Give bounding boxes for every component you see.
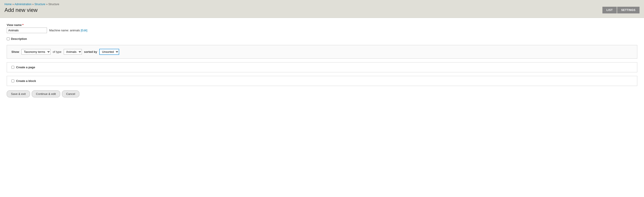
of-type-select[interactable]: Animals All Tags (64, 49, 82, 55)
show-section: Show Taxonomy terms Content Files Users … (7, 45, 637, 59)
machine-name-edit-link[interactable]: [Edit] (81, 29, 88, 32)
machine-name-row: Machine name: animals [Edit] (7, 28, 637, 33)
required-indicator: * (22, 23, 24, 27)
show-label: Show (12, 50, 19, 54)
settings-button[interactable]: SETTINGS (617, 7, 640, 14)
list-button[interactable]: LIST (602, 7, 617, 14)
create-block-row: Create a block (12, 79, 632, 83)
action-buttons: Save & exit Continue & edit Cancel (7, 90, 637, 97)
header-buttons: LIST SETTINGS (602, 7, 640, 14)
description-label[interactable]: Description (11, 37, 27, 41)
create-page-row: Create a page (12, 66, 632, 69)
of-type-label: of type (53, 50, 62, 54)
create-block-section: Create a block (7, 76, 637, 86)
sorted-by-select[interactable]: Unsorted Name Weight (99, 49, 119, 55)
create-page-checkbox[interactable] (12, 66, 14, 69)
create-block-label[interactable]: Create a block (16, 79, 36, 83)
view-name-input[interactable] (7, 28, 47, 33)
breadcrumb: Home » Administration » Structure » Stru… (4, 1, 640, 7)
cancel-button[interactable]: Cancel (62, 90, 80, 97)
create-page-section: Create a page (7, 62, 637, 72)
continue-edit-button[interactable]: Continue & edit (32, 90, 60, 97)
create-page-label[interactable]: Create a page (16, 66, 35, 69)
machine-name-text: Machine name: animals [Edit] (49, 29, 88, 32)
description-checkbox[interactable] (7, 37, 10, 40)
breadcrumb-administration[interactable]: Administration (14, 3, 32, 6)
show-select[interactable]: Taxonomy terms Content Files Users (22, 49, 50, 55)
description-row: Description (7, 37, 637, 41)
breadcrumb-home[interactable]: Home (4, 3, 12, 6)
show-row: Show Taxonomy terms Content Files Users … (12, 49, 632, 55)
breadcrumb-structure-current: Structure (48, 3, 59, 6)
view-name-group: View name* Machine name: animals [Edit] (7, 23, 637, 33)
create-block-checkbox[interactable] (12, 79, 14, 82)
save-exit-button[interactable]: Save & exit (7, 90, 30, 97)
view-name-label: View name* (7, 23, 637, 27)
page-title: Add new view (4, 7, 38, 13)
sorted-by-label: sorted by (84, 50, 97, 54)
breadcrumb-structure-link[interactable]: Structure (34, 3, 46, 6)
